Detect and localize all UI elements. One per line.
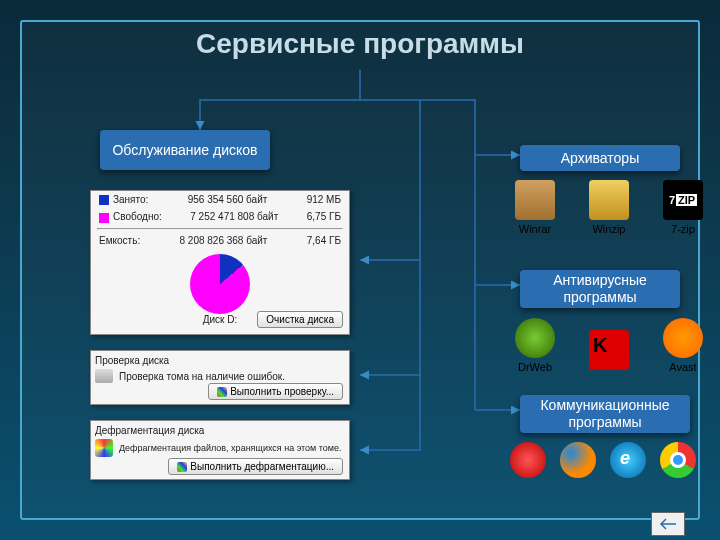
defrag-title: Дефрагментация диска <box>95 425 345 436</box>
icon-label: DrWeb <box>518 361 552 373</box>
disk-pie-chart <box>190 254 250 314</box>
shield-icon <box>217 387 227 397</box>
category-communication: Коммуникационные программы <box>520 395 690 433</box>
free-label: Свободно: <box>113 211 162 222</box>
list-item: Winzip <box>584 180 634 235</box>
capacity-label: Емкость: <box>99 235 140 246</box>
free-human: 6,75 ГБ <box>307 211 341 222</box>
category-archivers: Архиваторы <box>520 145 680 171</box>
winrar-icon <box>515 180 555 220</box>
disk-cleanup-button[interactable]: Очистка диска <box>257 311 343 328</box>
opera-icon <box>510 442 546 478</box>
prev-slide-button[interactable] <box>651 512 685 536</box>
capacity-bytes: 8 208 826 368 байт <box>179 235 267 246</box>
disk-icon <box>95 369 113 383</box>
list-item: 7ZIP 7-zip <box>658 180 708 235</box>
browser-icons: e <box>510 442 696 478</box>
list-item: Avast <box>658 318 708 373</box>
disk-usage-panel: Занято: 956 354 560 байт 912 МБ Свободно… <box>90 190 350 335</box>
check-disk-panel: Проверка диска Проверка тома на наличие … <box>90 350 350 405</box>
category-disk-maintenance: Обслуживание дисков <box>100 130 270 170</box>
archiver-icons: Winrar Winzip 7ZIP 7-zip <box>510 180 708 235</box>
run-check-button[interactable]: Выполнить проверку... <box>208 383 343 400</box>
defrag-icon <box>95 439 113 457</box>
capacity-human: 7,64 ГБ <box>307 235 341 246</box>
icon-label: Avast <box>669 361 696 373</box>
defrag-desc: Дефрагментация файлов, хранящихся на это… <box>119 443 342 453</box>
winzip-icon <box>589 180 629 220</box>
firefox-icon <box>560 442 596 478</box>
drweb-icon <box>515 318 555 358</box>
shield-icon <box>177 462 187 472</box>
list-item: K <box>584 330 634 373</box>
defrag-panel: Дефрагментация диска Дефрагментация файл… <box>90 420 350 480</box>
check-disk-title: Проверка диска <box>95 355 345 366</box>
free-bytes: 7 252 471 808 байт <box>190 211 278 222</box>
icon-label: Winrar <box>519 223 551 235</box>
7zip-icon: 7ZIP <box>663 180 703 220</box>
check-disk-desc: Проверка тома на наличие ошибок. <box>119 371 285 382</box>
list-item: DrWeb <box>510 318 560 373</box>
ie-icon: e <box>610 442 646 478</box>
icon-label: Winzip <box>592 223 625 235</box>
used-label: Занято: <box>113 194 148 205</box>
antivirus-icons: DrWeb K Avast <box>510 318 708 373</box>
used-human: 912 МБ <box>307 194 341 205</box>
used-bytes: 956 354 560 байт <box>188 194 268 205</box>
icon-label: 7-zip <box>671 223 695 235</box>
list-item: Winrar <box>510 180 560 235</box>
run-defrag-button[interactable]: Выполнить дефрагментацию... <box>168 458 343 475</box>
category-antivirus: Антивирусные программы <box>520 270 680 308</box>
avast-icon <box>663 318 703 358</box>
slide-title: Сервисные программы <box>0 28 720 60</box>
chrome-icon <box>660 442 696 478</box>
kaspersky-icon: K <box>589 330 629 370</box>
